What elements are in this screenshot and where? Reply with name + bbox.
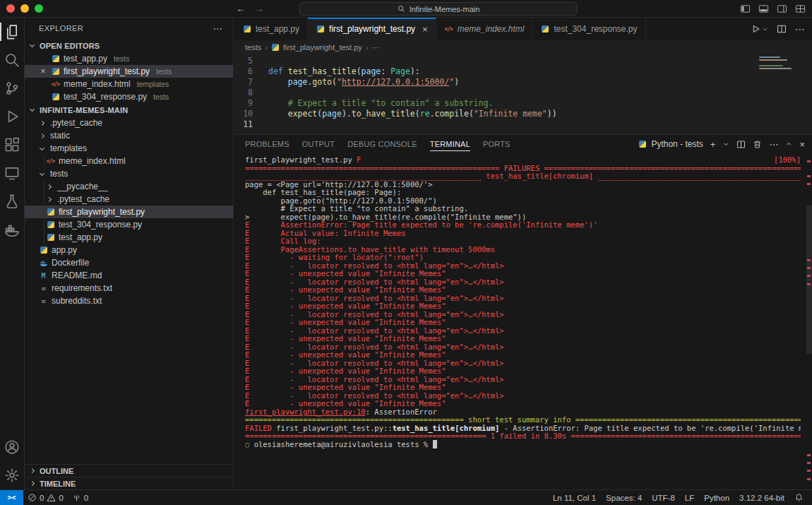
tree-folder-item[interactable]: static bbox=[25, 129, 233, 142]
code-text: # Expect a title "to contain" a substrin… bbox=[253, 98, 494, 109]
workspace-label: INFINITE-MEMES-MAIN bbox=[40, 106, 128, 114]
command-center[interactable]: Infinite-Memes-main bbox=[299, 2, 578, 16]
split-terminal-button[interactable] bbox=[736, 140, 746, 149]
chevron-down-icon bbox=[40, 145, 44, 150]
breadcrumb-item[interactable]: tests bbox=[245, 43, 261, 52]
explorer-more-actions-button[interactable]: ⋯ bbox=[213, 23, 223, 34]
toggle-primary-sidebar-button[interactable] bbox=[740, 4, 751, 14]
nav-back-icon[interactable]: ← bbox=[236, 4, 245, 14]
editor-tab[interactable]: test_304_response.py bbox=[532, 18, 645, 40]
panel-tab-problems[interactable]: PROBLEMS bbox=[245, 135, 289, 153]
editor-tab[interactable]: </>meme_index.html bbox=[436, 18, 533, 40]
terminal-dropdown-icon[interactable] bbox=[722, 141, 729, 148]
file-path-suffix: tests bbox=[114, 54, 129, 63]
terminal-output[interactable]: first_playwright_test.py F[100%]========… bbox=[245, 156, 801, 488]
code-editor[interactable]: 56def test_has_title(page: Page):7 page.… bbox=[234, 54, 812, 134]
problems-indicator[interactable]: 0 0 bbox=[23, 490, 68, 505]
activitybar-source-control[interactable] bbox=[0, 74, 24, 102]
tree-file-item[interactable]: test_304_response.py bbox=[25, 218, 233, 231]
outline-section[interactable]: OUTLINE bbox=[25, 464, 233, 477]
minimap[interactable] bbox=[759, 57, 801, 71]
terminal-picker[interactable]: Python - tests bbox=[638, 139, 703, 149]
tree-folder-item[interactable]: __pycache__ bbox=[25, 180, 233, 193]
tree-folder-item[interactable]: .pytest_cache bbox=[25, 193, 233, 206]
open-editor-item[interactable]: test_app.pytests bbox=[25, 52, 233, 65]
notifications-bell[interactable] bbox=[790, 490, 808, 505]
toggle-panel-button[interactable] bbox=[758, 4, 769, 14]
tree-folder-item[interactable]: tests bbox=[25, 167, 233, 180]
tree-file-item[interactable]: ≡requirements.txt bbox=[25, 282, 233, 295]
panel-tab-output[interactable]: OUTPUT bbox=[302, 135, 335, 153]
activitybar-search[interactable] bbox=[0, 46, 24, 74]
open-editor-item[interactable]: ×first_playwright_test.pytests bbox=[25, 65, 233, 78]
language-indicator[interactable]: Python bbox=[700, 490, 734, 505]
run-python-file-button[interactable] bbox=[751, 24, 768, 34]
overview-ruler-mark bbox=[807, 259, 811, 261]
tree-folder-item[interactable]: .pytest_cache bbox=[25, 117, 233, 129]
panel-tab-terminal[interactable]: TERMINAL bbox=[430, 135, 470, 153]
split-editor-button[interactable] bbox=[777, 24, 787, 34]
python-file-icon bbox=[52, 68, 59, 75]
file-name: README.md bbox=[52, 271, 102, 280]
close-icon[interactable]: × bbox=[39, 66, 47, 76]
indentation-indicator[interactable]: Spaces: 4 bbox=[602, 490, 646, 505]
maximize-panel-button[interactable] bbox=[785, 141, 792, 148]
activitybar-run-debug[interactable] bbox=[0, 102, 24, 131]
code-line: 5 bbox=[234, 56, 812, 66]
close-window-button[interactable] bbox=[6, 4, 15, 13]
close-panel-button[interactable]: × bbox=[799, 139, 805, 150]
tree-file-item[interactable]: </>meme_index.html bbox=[25, 155, 233, 167]
open-editors-header[interactable]: OPEN EDITORS bbox=[25, 39, 233, 52]
file-name: requirements.txt bbox=[52, 283, 112, 293]
activitybar-extensions[interactable] bbox=[0, 131, 24, 159]
panel-tab-ports[interactable]: PORTS bbox=[483, 135, 511, 153]
close-icon[interactable]: × bbox=[422, 24, 428, 35]
open-editor-item[interactable]: </>meme_index.htmltemplates bbox=[25, 78, 233, 90]
editor-tab[interactable]: test_app.py bbox=[234, 18, 308, 40]
panel-more-actions-button[interactable]: ⋯ bbox=[769, 139, 778, 150]
panel-tab-debug-console[interactable]: DEBUG CONSOLE bbox=[347, 135, 417, 153]
code-line: 11 bbox=[234, 119, 812, 130]
eol-indicator[interactable]: LF bbox=[681, 490, 698, 505]
tree-file-item[interactable]: app.py bbox=[25, 244, 233, 256]
cursor-position[interactable]: Ln 11, Col 1 bbox=[549, 490, 600, 505]
terminal-line: ○ olesiasheremeta@airuzivlaolesia tests … bbox=[245, 441, 801, 449]
activitybar-testing[interactable] bbox=[0, 187, 24, 215]
testing-icon bbox=[4, 194, 20, 209]
explorer-icon bbox=[4, 24, 20, 40]
activitybar-settings[interactable] bbox=[0, 461, 24, 489]
zoom-window-button[interactable] bbox=[35, 4, 43, 13]
tree-file-item[interactable]: MREADME.md bbox=[25, 269, 233, 282]
encoding-indicator[interactable]: UTF-8 bbox=[647, 490, 679, 505]
breadcrumb-item[interactable]: ⋯ bbox=[371, 43, 379, 52]
tree-file-item[interactable]: first_playwright_test.py bbox=[25, 206, 233, 218]
workspace-header[interactable]: INFINITE-MEMES-MAIN bbox=[25, 103, 233, 117]
editor-more-actions-button[interactable]: ⋯ bbox=[795, 23, 805, 35]
tree-folder-item[interactable]: templates bbox=[25, 142, 233, 155]
ports-indicator[interactable]: 0 bbox=[68, 490, 92, 505]
breadcrumb-item[interactable]: first_playwright_test.py bbox=[271, 43, 362, 52]
source-control-icon bbox=[4, 81, 20, 96]
editor-tab[interactable]: first_playwright_test.py× bbox=[308, 18, 436, 40]
activitybar-docker[interactable] bbox=[0, 215, 24, 244]
activitybar-account[interactable] bbox=[0, 433, 24, 461]
tree-file-item[interactable]: ≡subreddits.txt bbox=[25, 295, 233, 307]
editor-actions: ⋯ bbox=[751, 18, 805, 40]
python-interpreter-indicator[interactable]: 3.12.2 64-bit bbox=[735, 490, 789, 505]
kill-terminal-button[interactable] bbox=[753, 140, 762, 149]
activitybar-explorer[interactable] bbox=[0, 18, 24, 46]
toggle-secondary-sidebar-button[interactable] bbox=[777, 4, 787, 14]
tree-file-item[interactable]: test_app.py bbox=[25, 231, 233, 244]
minimize-window-button[interactable] bbox=[20, 4, 29, 13]
activitybar-remote-explorer[interactable] bbox=[0, 159, 24, 187]
file-name: meme_index.html bbox=[59, 156, 126, 166]
timeline-section[interactable]: TIMELINE bbox=[25, 477, 233, 489]
new-terminal-button[interactable]: + bbox=[710, 139, 716, 150]
nav-forward-icon[interactable]: → bbox=[255, 4, 264, 14]
open-editor-item[interactable]: test_304_response.pytests bbox=[25, 90, 233, 103]
customize-layout-button[interactable] bbox=[795, 4, 806, 14]
file-name: meme_index.html bbox=[64, 79, 131, 89]
remote-indicator[interactable]: >< bbox=[0, 490, 23, 505]
terminal-scrollbar[interactable] bbox=[806, 206, 812, 354]
tree-file-item[interactable]: Dockerfile bbox=[25, 256, 233, 269]
